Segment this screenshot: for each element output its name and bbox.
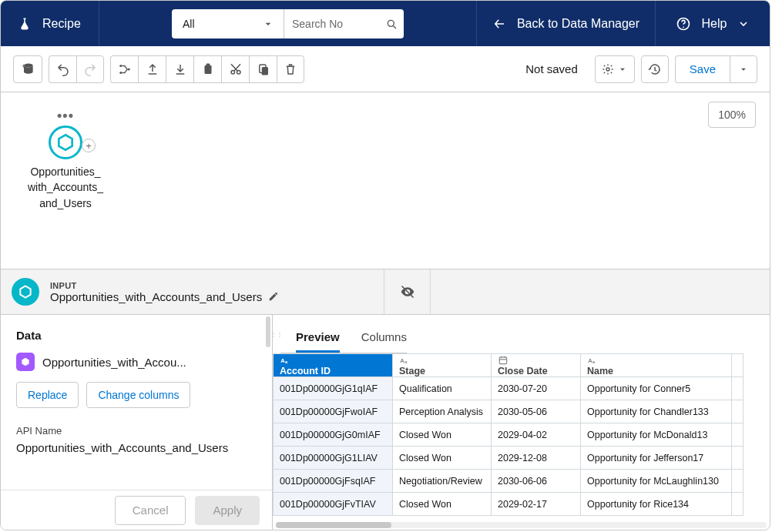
save-button[interactable]: Save <box>675 55 730 83</box>
horizontal-scrollbar[interactable] <box>276 522 767 528</box>
cut-icon <box>229 62 243 76</box>
column-header[interactable]: Stage <box>393 354 492 377</box>
hexagon-icon <box>55 132 76 152</box>
cut-button[interactable] <box>221 55 249 83</box>
undo-button[interactable] <box>49 55 76 83</box>
arrow-left-icon <box>492 17 506 31</box>
zoom-level[interactable]: 100% <box>708 102 756 128</box>
branch-button[interactable] <box>110 55 138 83</box>
search-button[interactable] <box>379 9 404 38</box>
gear-icon <box>602 63 614 75</box>
paste-icon <box>257 62 270 76</box>
node-ring[interactable]: + <box>49 125 82 159</box>
input-label: INPUT <box>50 281 279 290</box>
delete-button[interactable] <box>277 55 304 83</box>
dataset-icon <box>16 353 35 371</box>
tab-columns[interactable]: Columns <box>361 330 407 353</box>
recipe-label: Recipe <box>42 17 81 31</box>
toggle-preview-button[interactable] <box>384 269 431 314</box>
hexagon-icon <box>18 284 33 299</box>
add-data-button[interactable] <box>13 55 42 83</box>
caret-down-icon <box>738 64 749 75</box>
table-row[interactable]: 001Dp00000GjFsqIAFNegotiation/Review2030… <box>274 470 743 493</box>
clipboard-icon <box>201 62 215 76</box>
settings-button[interactable] <box>595 55 635 83</box>
recipe-canvas[interactable]: 100% ••• + Opportunities_ with_Accounts_… <box>1 92 770 269</box>
column-header[interactable]: Account ID <box>274 354 393 377</box>
table-row[interactable]: 001Dp00000GjG0mIAFClosed Won2029-04-02Op… <box>274 423 743 447</box>
preview-table: Account IDStageClose DateName 001Dp00000… <box>273 353 743 516</box>
download-icon <box>173 62 187 76</box>
history-button[interactable] <box>641 55 669 83</box>
cancel-button[interactable]: Cancel <box>115 496 186 525</box>
add-data-icon <box>20 62 35 77</box>
question-icon <box>676 16 691 32</box>
back-to-data-manager[interactable]: Back to Data Manager <box>477 1 656 46</box>
input-name: Opportunities_with_Accounts_and_Users <box>50 290 262 303</box>
edit-name-button[interactable] <box>268 291 279 302</box>
download-button[interactable] <box>166 55 193 83</box>
recipe-brand: Recipe <box>1 1 99 46</box>
node-label: Opportunities_ with_Accounts_ and_Users <box>12 164 119 211</box>
hexagon-icon <box>20 356 31 367</box>
paste-button[interactable] <box>249 55 277 83</box>
undo-icon <box>56 62 70 76</box>
save-menu-button[interactable] <box>730 55 757 83</box>
search-input[interactable] <box>284 9 379 38</box>
table-row[interactable]: 001Dp00000GjFwoIAFPerception Analysis203… <box>274 400 743 423</box>
side-scrollbar[interactable] <box>266 316 270 347</box>
api-name-value: Opportunities_with_Accounts_and_Users <box>16 441 257 454</box>
api-name-label: API Name <box>16 425 257 437</box>
resize-grip[interactable]: ⋮⋮ <box>273 315 280 353</box>
search-icon <box>385 18 398 30</box>
text-icon <box>399 355 410 366</box>
help-menu[interactable]: Help <box>656 1 770 46</box>
column-header[interactable]: Name <box>581 354 732 377</box>
input-badge <box>12 278 39 306</box>
replace-button[interactable]: Replace <box>16 382 79 408</box>
text-icon <box>280 355 290 366</box>
upload-button[interactable] <box>138 55 166 83</box>
calendar-icon <box>498 355 509 366</box>
chevron-down-icon <box>737 18 750 30</box>
filter-select[interactable]: All <box>172 9 284 38</box>
trash-icon <box>284 62 297 76</box>
table-row[interactable]: 001Dp00000GjFvTIAVClosed Won2029-02-17Op… <box>274 493 743 516</box>
node-menu-icon[interactable]: ••• <box>12 108 119 124</box>
table-row[interactable]: 001Dp00000GjG1LIAVClosed Won2029-12-08Op… <box>274 447 743 470</box>
caret-down-icon <box>262 18 274 30</box>
branch-icon <box>118 62 132 76</box>
history-icon <box>648 62 662 76</box>
redo-button[interactable] <box>76 55 104 83</box>
eye-off-icon <box>400 284 415 299</box>
redo-icon <box>83 62 97 76</box>
clipboard-button[interactable] <box>193 55 221 83</box>
tab-preview[interactable]: Preview <box>296 330 340 353</box>
save-status: Not saved <box>515 62 589 75</box>
input-node[interactable]: ••• + Opportunities_ with_Accounts_ and_… <box>12 108 119 211</box>
caret-down-icon <box>617 64 628 75</box>
column-header[interactable]: Close Date <box>492 354 581 377</box>
data-heading: Data <box>16 329 257 342</box>
add-node-button[interactable]: + <box>82 139 96 152</box>
table-row[interactable]: 001Dp00000GjG1qIAFQualification2030-07-2… <box>274 377 743 400</box>
apply-button[interactable]: Apply <box>195 496 260 525</box>
change-columns-button[interactable]: Change columns <box>86 382 190 408</box>
text-icon <box>587 355 598 366</box>
flask-icon <box>18 17 32 31</box>
upload-icon <box>146 62 159 76</box>
source-dataset[interactable]: Opportunities_with_Accou... <box>16 353 257 371</box>
